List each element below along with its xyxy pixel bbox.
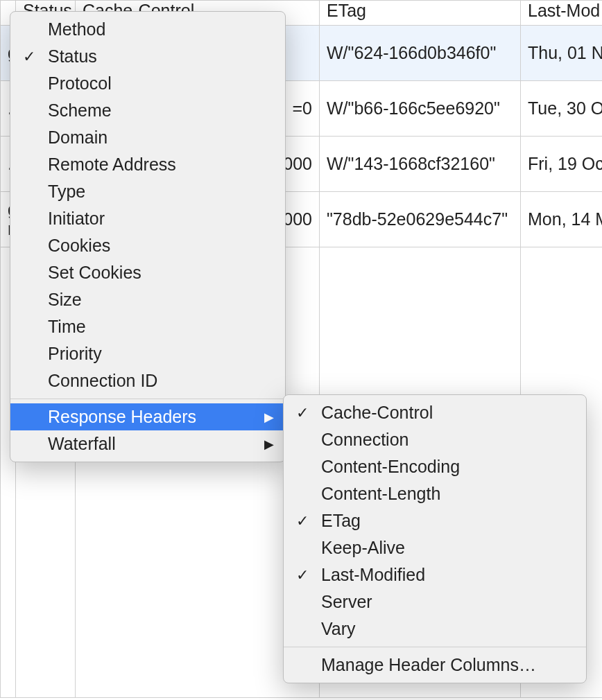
menu-item-method[interactable]: Method bbox=[10, 16, 285, 43]
menu-item-label: Waterfall bbox=[48, 434, 257, 454]
menu-item-label: Content-Encoding bbox=[321, 457, 575, 477]
menu-item-label: Cookies bbox=[48, 236, 274, 256]
menu-item-label: Vary bbox=[321, 619, 575, 639]
submenu-item-vary[interactable]: Vary bbox=[284, 615, 586, 642]
menu-item-label: Time bbox=[48, 317, 274, 337]
check-icon: ✓ bbox=[284, 566, 321, 584]
menu-item-label: Connection ID bbox=[48, 371, 274, 391]
submenu-item-manage-columns[interactable]: Manage Header Columns… bbox=[284, 651, 586, 679]
menu-item-remote-address[interactable]: Remote Address bbox=[10, 151, 285, 178]
submenu-item-keep-alive[interactable]: Keep-Alive bbox=[284, 534, 586, 561]
cell-last: Mon, 14 M bbox=[521, 192, 603, 247]
menu-item-label: Initiator bbox=[48, 209, 274, 229]
cell-last: Tue, 30 O bbox=[521, 81, 603, 137]
submenu-arrow-icon: ▶ bbox=[257, 410, 274, 425]
menu-item-set-cookies[interactable]: Set Cookies bbox=[10, 259, 285, 286]
menu-item-waterfall[interactable]: Waterfall ▶ bbox=[10, 430, 285, 457]
submenu-item-connection[interactable]: Connection bbox=[284, 426, 586, 453]
menu-item-label: Manage Header Columns… bbox=[321, 655, 575, 675]
menu-item-label: ETag bbox=[321, 511, 575, 531]
menu-item-label: Server bbox=[321, 592, 575, 612]
menu-item-label: Content-Length bbox=[321, 484, 575, 504]
check-icon: ✓ bbox=[10, 48, 48, 66]
check-icon: ✓ bbox=[284, 512, 321, 530]
submenu-item-content-encoding[interactable]: Content-Encoding bbox=[284, 453, 586, 480]
menu-item-label: Method bbox=[48, 19, 274, 40]
menu-separator bbox=[10, 399, 285, 399]
menu-item-size[interactable]: Size bbox=[10, 286, 285, 313]
menu-item-label: Domain bbox=[48, 128, 274, 148]
menu-item-label: Type bbox=[48, 182, 274, 202]
menu-item-label: Status bbox=[48, 46, 274, 67]
menu-item-label: Connection bbox=[321, 430, 575, 450]
menu-item-label: Set Cookies bbox=[48, 263, 274, 283]
cell-last: Thu, 01 N bbox=[521, 26, 603, 81]
menu-item-label: Protocol bbox=[48, 73, 274, 94]
menu-item-protocol[interactable]: Protocol bbox=[10, 70, 285, 97]
menu-item-label: Response Headers bbox=[48, 407, 257, 427]
menu-item-label: Remote Address bbox=[48, 155, 274, 175]
menu-item-label: Keep-Alive bbox=[321, 538, 575, 558]
submenu-item-last-modified[interactable]: ✓ Last-Modified bbox=[284, 561, 586, 588]
menu-item-connection-id[interactable]: Connection ID bbox=[10, 367, 285, 394]
check-icon: ✓ bbox=[284, 404, 321, 422]
menu-separator bbox=[284, 647, 586, 647]
col-header-last[interactable]: Last-Mod bbox=[521, 1, 603, 26]
cell-etag: "78db-52e0629e544c7" bbox=[320, 192, 521, 247]
submenu-item-etag[interactable]: ✓ ETag bbox=[284, 507, 586, 534]
column-context-menu: Method ✓ Status Protocol Scheme Domain R… bbox=[10, 11, 286, 462]
menu-item-domain[interactable]: Domain bbox=[10, 124, 285, 151]
cell-etag: W/"624-166d0b346f0" bbox=[320, 26, 521, 81]
menu-item-label: Last-Modified bbox=[321, 565, 575, 585]
col-header-etag[interactable]: ETag bbox=[320, 1, 521, 26]
menu-item-label: Cache-Control bbox=[321, 403, 575, 423]
submenu-item-content-length[interactable]: Content-Length bbox=[284, 480, 586, 507]
submenu-item-server[interactable]: Server bbox=[284, 588, 586, 615]
menu-item-status[interactable]: ✓ Status bbox=[10, 43, 285, 70]
menu-item-type[interactable]: Type bbox=[10, 178, 285, 205]
menu-item-label: Priority bbox=[48, 344, 274, 364]
cell-last: Fri, 19 Oc bbox=[521, 137, 603, 192]
menu-item-time[interactable]: Time bbox=[10, 313, 285, 340]
menu-item-response-headers[interactable]: Response Headers ▶ bbox=[10, 403, 285, 430]
menu-item-initiator[interactable]: Initiator bbox=[10, 205, 285, 232]
submenu-arrow-icon: ▶ bbox=[257, 437, 274, 452]
menu-item-scheme[interactable]: Scheme bbox=[10, 97, 285, 124]
cell-etag: W/"143-1668cf32160" bbox=[320, 137, 521, 192]
submenu-item-cache-control[interactable]: ✓ Cache-Control bbox=[284, 399, 586, 426]
response-headers-submenu: ✓ Cache-Control Connection Content-Encod… bbox=[283, 394, 587, 683]
menu-item-priority[interactable]: Priority bbox=[10, 340, 285, 367]
menu-item-cookies[interactable]: Cookies bbox=[10, 232, 285, 259]
cell-etag: W/"b66-166c5ee6920" bbox=[320, 81, 521, 137]
menu-item-label: Scheme bbox=[48, 100, 274, 121]
menu-item-label: Size bbox=[48, 290, 274, 310]
